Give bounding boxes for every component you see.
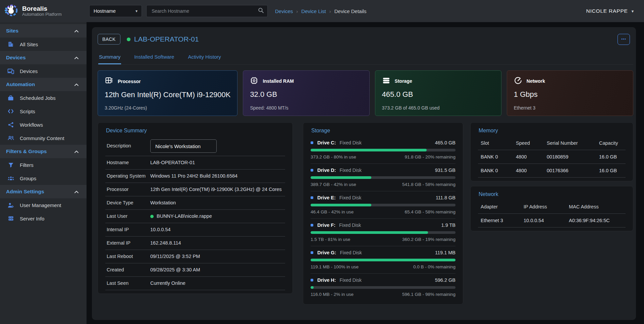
chevron-up-icon	[74, 28, 78, 34]
page-title: LAB-OPERATOR-01	[134, 35, 199, 43]
row-label: Hostname	[107, 159, 150, 166]
storage-card: Storage 465.0 GB 373.2 GB of 465.0 GB us…	[375, 70, 501, 116]
sidebar-item-community-content[interactable]: Community Content	[0, 131, 87, 145]
sidebar-section-sites[interactable]: Sites	[0, 24, 87, 38]
drive-usage-bar	[311, 149, 455, 151]
row-label: External IP	[107, 240, 150, 247]
drive-usage-bar	[311, 286, 455, 289]
sidebar-item-workflows[interactable]: Workflows	[0, 118, 87, 131]
drive-row-d: Drive D: Fixed Disk 931.5 GB 389.7 GB - …	[311, 164, 455, 191]
drive-name: Drive C:	[317, 140, 336, 145]
memory-panel: Memory Slot Speed Serial Number Capacity…	[470, 122, 633, 181]
cell-capacity: 16.0 GB	[599, 154, 626, 159]
sidebar-item-label: Workflows	[20, 122, 43, 128]
cell-adapter: Ethernet 3	[481, 218, 524, 223]
drive-name: Drive H:	[317, 277, 336, 283]
memory-row: BANK 0 4800 00176366 16.0 GB	[478, 164, 626, 178]
row-label: Internal IP	[107, 226, 150, 233]
back-button[interactable]: BACK	[98, 34, 120, 45]
ram-card: Installed RAM 32.0 GB Speed: 4800 MT/s	[243, 70, 369, 116]
cpu-icon	[105, 76, 113, 86]
sidebar-item-label: Scheduled Jobs	[20, 95, 56, 101]
panel-title: Memory	[478, 127, 626, 136]
sidebar-item-filters[interactable]: Filters	[0, 158, 87, 172]
ram-sub: Speed: 4800 MT/s	[250, 105, 362, 111]
tab-summary[interactable]: Summary	[98, 52, 121, 64]
sidebar-item-user-management[interactable]: User Management	[0, 198, 87, 212]
summary-row-created: Created 09/28/2025 @ 3:30 AM	[105, 263, 285, 277]
devices-icon	[7, 68, 15, 74]
tab-bar: Summary Installed Software Activity Hist…	[98, 52, 633, 65]
section-label: Admin Settings	[6, 189, 44, 195]
user-gear-icon	[7, 202, 15, 208]
row-value: 09/11/2025 @ 3:52 PM	[150, 253, 200, 260]
gauge-icon	[514, 76, 522, 86]
tab-activity-history[interactable]: Activity History	[187, 52, 221, 64]
column-header: Adapter	[481, 204, 524, 209]
drive-remaining-caption: 91.8 GB - 20% remaining	[405, 154, 455, 159]
sidebar-item-scripts[interactable]: Scripts	[0, 105, 87, 118]
drive-usage-bar	[311, 259, 455, 261]
summary-row-internal-ip: Internal IP 10.0.0.54	[105, 223, 285, 237]
summary-row-processor: Processor 12th Gen Intel(R) Core(TM) i9-…	[105, 183, 285, 196]
search-input[interactable]	[151, 8, 258, 14]
column-header: Serial Number	[547, 140, 599, 146]
drive-used-caption: 46.4 GB - 42% in use	[311, 209, 354, 214]
drive-size: 111.8 GB	[436, 195, 455, 200]
server-icon	[7, 216, 15, 221]
top-bar: Borealis Automation Platform Hostname ▾ …	[0, 0, 644, 22]
hostname-filter-dropdown[interactable]: Hostname ▾	[89, 5, 142, 17]
sidebar-section-automation[interactable]: Automation	[0, 78, 87, 91]
network-header-row: Adapter IP Address MAC Address	[478, 200, 626, 214]
cell-serial: 00180859	[547, 154, 599, 159]
column-header: Capacity	[599, 140, 626, 146]
panel-title: Device Summary	[105, 127, 285, 136]
ellipsis-icon: •••	[621, 37, 626, 41]
sidebar-item-server-info[interactable]: Server Info	[0, 212, 87, 225]
row-label: Device Type	[107, 200, 150, 206]
sidebar-section-devices[interactable]: Devices	[0, 51, 87, 64]
summary-row-external-ip: External IP 162.248.8.114	[105, 237, 285, 250]
filter-icon	[7, 162, 15, 168]
breadcrumb-device-list[interactable]: Device List	[301, 8, 326, 14]
sidebar-item-devices[interactable]: Devices	[0, 64, 87, 78]
processor-sub: 3.20GHz (24-Cores)	[105, 105, 230, 111]
sidebar-section-filters-groups[interactable]: Filters & Groups	[0, 145, 87, 158]
drive-used-caption: 1.5 TB - 81% in use	[311, 237, 350, 242]
processor-card: Processor 12th Gen Intel(R) Core(TM) i9-…	[98, 70, 237, 116]
drive-remaining-caption: 360.2 GB - 19% remaining	[402, 237, 455, 242]
device-details-panel: BACK LAB-OPERATOR-01 ••• Summary Install…	[92, 27, 636, 320]
network-card: Network 1 Gbps Ethernet 3	[507, 70, 633, 116]
search-box[interactable]	[146, 5, 268, 17]
online-status-dot	[127, 38, 130, 41]
tab-installed-software[interactable]: Installed Software	[133, 52, 175, 64]
card-title: Storage	[395, 78, 412, 84]
processor-value: 12th Gen Intel(R) Core(TM) i9-12900K	[105, 90, 230, 99]
search-icon[interactable]	[258, 7, 264, 15]
cell-speed: 4800	[516, 154, 547, 159]
user-menu[interactable]: NICOLE RAPPE ▾	[586, 8, 634, 14]
drive-usage-bar	[311, 231, 455, 234]
sidebar-item-all-sites[interactable]: All Sites	[0, 38, 87, 51]
more-actions-button[interactable]: •••	[618, 34, 630, 45]
column-header: Slot	[481, 140, 516, 146]
drive-type: Fixed Disk	[340, 277, 362, 283]
drive-used-caption: 119.1 MB - 100% in use	[311, 264, 359, 269]
drive-remaining-caption: 596.1 GB - 98% remaining	[402, 292, 455, 297]
brand: Borealis Automation Platform	[0, 3, 87, 19]
sidebar-item-groups[interactable]: Groups	[0, 172, 87, 185]
column-header: MAC Address	[569, 204, 626, 209]
drive-size: 596.2 GB	[435, 277, 455, 283]
card-title: Network	[527, 78, 545, 84]
summary-row-hostname: Hostname LAB-OPERATOR-01	[105, 156, 285, 170]
sidebar-item-scheduled-jobs[interactable]: Scheduled Jobs	[0, 91, 87, 105]
memory-row: BANK 0 4800 00180859 16.0 GB	[478, 150, 626, 164]
breadcrumb-separator-icon: ›	[329, 8, 331, 14]
ram-value: 32.0 GB	[250, 90, 362, 99]
sidebar-section-admin-settings[interactable]: Admin Settings	[0, 185, 87, 198]
drive-icon	[311, 196, 313, 199]
description-input[interactable]	[150, 139, 217, 153]
breadcrumb-devices[interactable]: Devices	[275, 8, 293, 14]
drive-used-caption: 389.7 GB - 42% in use	[311, 182, 356, 187]
network-panel: Network Adapter IP Address MAC Address E…	[470, 186, 633, 231]
